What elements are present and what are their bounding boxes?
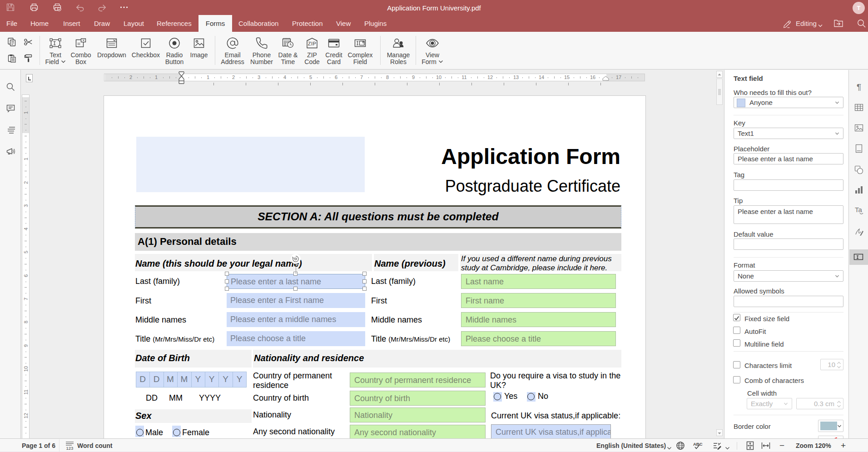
svg-text:¶: ¶: [857, 83, 861, 92]
svg-text:123: 123: [66, 446, 74, 451]
svg-text:Ta: Ta: [855, 206, 863, 214]
svg-text:ABC: ABC: [693, 442, 703, 447]
